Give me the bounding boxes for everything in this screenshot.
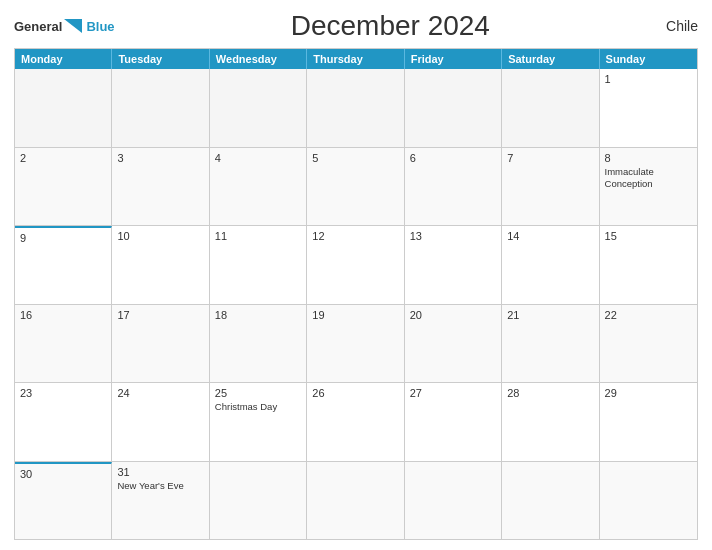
- calendar-cell: 19: [307, 305, 404, 383]
- calendar-row: 16171819202122: [15, 305, 697, 384]
- calendar-cell: 24: [112, 383, 209, 461]
- day-number: 20: [410, 309, 496, 321]
- calendar-cell: [405, 69, 502, 147]
- calendar-page: General Blue December 2024 Chile MondayT…: [0, 0, 712, 550]
- calendar-cell: 30: [15, 462, 112, 540]
- day-number: 12: [312, 230, 398, 242]
- weekday-header-tuesday: Tuesday: [112, 49, 209, 69]
- calendar-cell: 18: [210, 305, 307, 383]
- day-number: 13: [410, 230, 496, 242]
- calendar-cell: 13: [405, 226, 502, 304]
- day-number: 21: [507, 309, 593, 321]
- weekday-header-monday: Monday: [15, 49, 112, 69]
- calendar-header-row: MondayTuesdayWednesdayThursdayFridaySatu…: [15, 49, 697, 69]
- day-number: 1: [605, 73, 692, 85]
- calendar-cell: 7: [502, 148, 599, 226]
- calendar-cell: 23: [15, 383, 112, 461]
- day-number: 25: [215, 387, 301, 399]
- calendar-cell: 29: [600, 383, 697, 461]
- calendar-cell: 6: [405, 148, 502, 226]
- calendar-row: 1: [15, 69, 697, 148]
- weekday-header-saturday: Saturday: [502, 49, 599, 69]
- day-number: 24: [117, 387, 203, 399]
- svg-marker-0: [64, 19, 82, 33]
- weekday-header-friday: Friday: [405, 49, 502, 69]
- day-number: 30: [20, 468, 106, 480]
- calendar-cell: 14: [502, 226, 599, 304]
- calendar-body: 12345678Immaculate Conception91011121314…: [15, 69, 697, 539]
- day-number: 18: [215, 309, 301, 321]
- weekday-header-wednesday: Wednesday: [210, 49, 307, 69]
- calendar-row: 232425Christmas Day26272829: [15, 383, 697, 462]
- day-number: 27: [410, 387, 496, 399]
- calendar-cell: 20: [405, 305, 502, 383]
- day-number: 11: [215, 230, 301, 242]
- day-number: 2: [20, 152, 106, 164]
- logo-flag-icon: [64, 19, 82, 33]
- calendar-cell: [502, 462, 599, 540]
- calendar-cell: 16: [15, 305, 112, 383]
- day-number: 6: [410, 152, 496, 164]
- event-label: New Year's Eve: [117, 480, 203, 492]
- calendar-cell: 5: [307, 148, 404, 226]
- calendar-cell: 22: [600, 305, 697, 383]
- calendar-cell: [405, 462, 502, 540]
- day-number: 23: [20, 387, 106, 399]
- day-number: 26: [312, 387, 398, 399]
- day-number: 3: [117, 152, 203, 164]
- day-number: 9: [20, 232, 106, 244]
- day-number: 14: [507, 230, 593, 242]
- calendar-cell: [210, 69, 307, 147]
- country-label: Chile: [666, 18, 698, 34]
- weekday-header-thursday: Thursday: [307, 49, 404, 69]
- calendar-cell: 4: [210, 148, 307, 226]
- weekday-header-sunday: Sunday: [600, 49, 697, 69]
- calendar-cell: 8Immaculate Conception: [600, 148, 697, 226]
- calendar-cell: [112, 69, 209, 147]
- calendar-cell: 26: [307, 383, 404, 461]
- day-number: 5: [312, 152, 398, 164]
- calendar-cell: 27: [405, 383, 502, 461]
- calendar-cell: [502, 69, 599, 147]
- calendar-cell: 11: [210, 226, 307, 304]
- calendar-cell: 9: [15, 226, 112, 304]
- calendar-cell: 28: [502, 383, 599, 461]
- calendar-cell: [307, 462, 404, 540]
- day-number: 8: [605, 152, 692, 164]
- calendar-cell: 2: [15, 148, 112, 226]
- page-title: December 2024: [291, 10, 490, 42]
- calendar-cell: 3: [112, 148, 209, 226]
- calendar-row: 3031New Year's Eve: [15, 462, 697, 540]
- calendar-cell: [307, 69, 404, 147]
- day-number: 17: [117, 309, 203, 321]
- calendar-cell: 15: [600, 226, 697, 304]
- calendar-cell: 1: [600, 69, 697, 147]
- day-number: 7: [507, 152, 593, 164]
- calendar-cell: 21: [502, 305, 599, 383]
- day-number: 29: [605, 387, 692, 399]
- calendar-cell: 10: [112, 226, 209, 304]
- logo-blue: Blue: [86, 19, 114, 34]
- day-number: 15: [605, 230, 692, 242]
- calendar-cell: [210, 462, 307, 540]
- day-number: 22: [605, 309, 692, 321]
- day-number: 19: [312, 309, 398, 321]
- day-number: 31: [117, 466, 203, 478]
- day-number: 16: [20, 309, 106, 321]
- page-header: General Blue December 2024 Chile: [14, 10, 698, 42]
- calendar-cell: 17: [112, 305, 209, 383]
- day-number: 4: [215, 152, 301, 164]
- calendar-cell: 25Christmas Day: [210, 383, 307, 461]
- event-label: Immaculate Conception: [605, 166, 692, 191]
- calendar-cell: 31New Year's Eve: [112, 462, 209, 540]
- calendar-cell: [600, 462, 697, 540]
- calendar-row: 2345678Immaculate Conception: [15, 148, 697, 227]
- calendar-grid: MondayTuesdayWednesdayThursdayFridaySatu…: [14, 48, 698, 540]
- logo: General Blue: [14, 17, 115, 35]
- calendar-cell: [15, 69, 112, 147]
- calendar-cell: 12: [307, 226, 404, 304]
- event-label: Christmas Day: [215, 401, 301, 413]
- day-number: 10: [117, 230, 203, 242]
- calendar-row: 9101112131415: [15, 226, 697, 305]
- logo-general: General: [14, 19, 62, 34]
